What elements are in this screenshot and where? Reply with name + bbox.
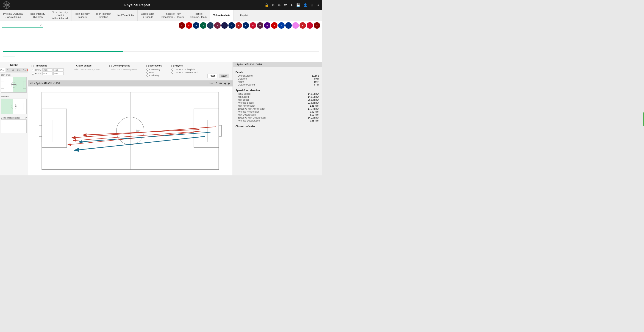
start-area-pitch[interactable] (1, 77, 26, 93)
tab-team-intensity[interactable]: Team Intensity- Overview (26, 10, 48, 21)
player-not-on-radio[interactable] (171, 72, 174, 74)
team-logo-15[interactable]: C (285, 22, 292, 29)
avg-decel-value: 0.53 m/s² (310, 120, 319, 122)
event-number: #1 (30, 82, 33, 84)
scoreboard-winning-radio[interactable] (146, 68, 148, 70)
team-logos-container: A C U S C P D L N F H O O R N C O R T A (179, 22, 320, 29)
event-prev-btn[interactable]: ◀ (224, 82, 226, 85)
scoreboard-chi-losing: CHI losing (146, 74, 162, 76)
avg-decel-row: Average Deceleration 0.53 m/s² (236, 120, 319, 122)
lower-section: Sprint Pitc... E... S... Fol... Seq✕ Sta… (0, 62, 322, 176)
ht1-checkbox[interactable] (32, 69, 34, 71)
team-logo-12[interactable]: O (264, 22, 270, 29)
team-logo-4[interactable]: C (207, 22, 214, 29)
lock-icon[interactable]: 🔒 (265, 3, 268, 7)
save-icon[interactable]: 💾 (296, 3, 300, 7)
team-logo-10[interactable]: H (250, 22, 256, 29)
gear-icon[interactable]: ⚙ (272, 3, 275, 7)
team-logo-5[interactable]: P (214, 22, 221, 29)
scoreboard-draw-radio[interactable] (146, 72, 148, 74)
ht2-end[interactable] (54, 72, 64, 75)
going-through-label: Going Through area: ⚙ (0, 116, 28, 120)
tab-tactical-context[interactable]: TacticalContext - Team (187, 10, 210, 21)
avg-accel-value: 0.92 m/s² (310, 110, 319, 113)
tab-high-intensity-timeline[interactable]: High IntensityTimeline (93, 10, 114, 21)
scoreboard-losing-radio[interactable] (146, 74, 148, 76)
user-icon[interactable]: 👤 (304, 3, 307, 7)
team-logo-7[interactable]: L (228, 22, 235, 29)
app-logo (3, 2, 10, 9)
team-logo-3[interactable]: S (200, 22, 206, 29)
download-icon[interactable]: ⬇ (290, 3, 293, 7)
tab-acceleration-speeds[interactable]: Acceleration& Speeds (138, 10, 158, 21)
initial-speed-value: 14.01 km/h (308, 93, 319, 95)
team-logo-19[interactable]: A (314, 22, 320, 29)
ht1-end[interactable] (54, 68, 64, 72)
search-input[interactable] (2, 24, 43, 28)
pitch-svg (28, 86, 232, 176)
team-logo-14[interactable]: N (278, 22, 284, 29)
tab-half-time-splits[interactable]: Half Time Splits (114, 10, 138, 21)
closest-defender-title: Closest defender (236, 125, 319, 128)
team-logo-16[interactable]: O (292, 22, 299, 29)
going-through-box[interactable] (1, 120, 26, 133)
tab-physical-overview[interactable]: Physical Overview- Whole Game (0, 10, 26, 21)
event-duration-label: Event Duration (236, 74, 253, 77)
tab-playlist[interactable]: Playlist (234, 10, 254, 21)
top-bar: Physical Report 🔒 ⚙ ⊕ 🗺 ⬇ 💾 👤 ⊞ ↪ (0, 0, 322, 10)
map-icon[interactable]: 🗺 (284, 3, 287, 7)
defense-phases-checkbox[interactable] (110, 65, 112, 67)
reset-button[interactable]: reset (207, 74, 218, 78)
ht2-checkbox[interactable] (32, 73, 34, 75)
team-logo-2[interactable]: U (193, 22, 199, 29)
team-logo-9[interactable]: F (243, 22, 249, 29)
players-options: TERAN is on the pitch TERAN is not on th… (171, 68, 198, 74)
team-logo-1[interactable]: C (186, 22, 192, 29)
event-next-btn[interactable]: ▶ (228, 82, 230, 85)
right-panel: - Sprint - ATL-CHI - 16'50 Details Event… (232, 62, 322, 176)
filter-row: Time period HT #1 HT #2 (28, 62, 232, 80)
team-logo-8[interactable]: N (236, 22, 242, 29)
tab-video-analysis[interactable]: Video Analysis (210, 10, 234, 21)
left-tab-s[interactable]: S... (11, 68, 16, 72)
attack-phases-checkbox[interactable] (73, 65, 75, 67)
ht2-start[interactable] (42, 72, 52, 75)
events-header: #1 - Sprint - ATL-CHI - 16'50 1 sel. / 6… (28, 80, 232, 86)
left-tab-pitch[interactable]: Pitc... (0, 68, 6, 72)
ht1-start[interactable] (42, 68, 52, 72)
team-logo-11[interactable]: O (257, 22, 263, 29)
max-speed-label: Max Speed (236, 98, 250, 101)
team-logo-6[interactable]: D (221, 22, 228, 29)
going-through-gear-icon[interactable]: ⚙ (25, 116, 27, 119)
player-on-radio[interactable] (171, 68, 174, 70)
left-panel-title: Sprint (0, 62, 28, 68)
team-logo-13[interactable]: R (271, 22, 278, 29)
angle-row: Angle 165 ° (236, 80, 319, 83)
time-period-checkbox[interactable] (31, 65, 34, 67)
grid-icon[interactable]: ⊞ (310, 3, 313, 7)
end-area-pitch[interactable] (1, 98, 26, 114)
left-tab-following[interactable]: Fol... (17, 68, 22, 72)
scoreboard-checkbox[interactable] (146, 65, 148, 67)
left-tab-seq[interactable]: Seq✕ (22, 68, 28, 72)
players-checkbox[interactable] (171, 65, 174, 67)
apply-button[interactable]: apply (219, 74, 229, 78)
distance-gained-label: Distance Gained (236, 84, 255, 86)
plus-circle-icon[interactable]: ⊕ (278, 3, 281, 7)
search-clear-icon[interactable]: ✕ (40, 24, 42, 27)
speed-at-max-accel-label: Speed At Max Acceleration (236, 108, 265, 110)
team-logo-0[interactable]: A (179, 22, 185, 29)
max-decel-row: Max Deceleration 6.02 m/s² (236, 114, 319, 116)
event-prev-prev-btn[interactable]: ⏮ (219, 82, 222, 85)
video-progress-bar[interactable] (3, 51, 319, 52)
team-logo-18[interactable]: T (307, 22, 313, 29)
tab-high-intensity-leaders[interactable]: High IntensityLeaders (72, 10, 93, 21)
tab-team-intensity-with[interactable]: Team Intensity- With /Without the ball (48, 10, 72, 21)
team-logo-17[interactable]: R (300, 22, 306, 29)
tab-phases-of-play[interactable]: Phases of PlayBreakdown - Players (158, 10, 187, 21)
left-tab-e[interactable]: E... (6, 68, 11, 72)
min-speed-label: Min Speed (236, 96, 249, 98)
right-panel-body: Details Event Duration 10.56 s Distance … (233, 67, 322, 130)
scoreboard-options: CHI winning Draw CHI losing (146, 68, 162, 76)
exit-icon[interactable]: ↪ (316, 3, 319, 7)
